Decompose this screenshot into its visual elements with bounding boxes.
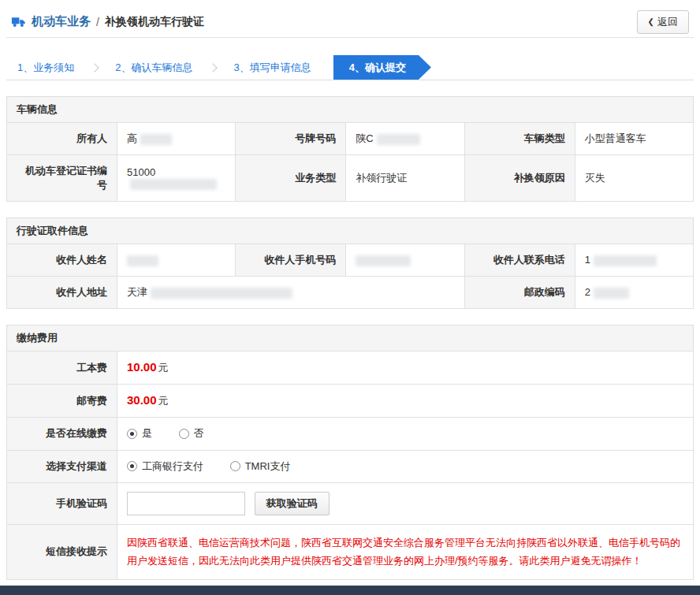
redacted-value [594, 288, 629, 299]
registration-cert-value-text: 51000 [127, 166, 155, 178]
table-row: 所有人 高 号牌号码 陕C 车辆类型 小型普通客车 [7, 123, 694, 155]
table-row: 收件人姓名 收件人手机号码 收件人联系电话 1 [7, 244, 694, 277]
recipient-phone-value: 1 [575, 244, 693, 277]
redacted-value [356, 255, 411, 266]
work-fee-unit: 元 [158, 362, 169, 374]
radio-unchecked-icon[interactable] [179, 429, 189, 439]
business-type-label: 业务类型 [236, 155, 346, 202]
recipient-address-value: 天津 [117, 277, 465, 309]
sms-code-input[interactable] [127, 492, 245, 515]
owner-label: 所有人 [7, 123, 117, 155]
registration-cert-label: 机动车登记证书编号 [7, 155, 117, 202]
reissue-reason-label: 补换领原因 [464, 155, 575, 202]
redacted-value [151, 288, 292, 299]
fees-section: 缴纳费用 工本费 10.00元 邮寄费 30.00元 是否在线缴费 [6, 325, 694, 580]
work-fee-value: 10.00元 [117, 351, 694, 385]
step-separator-icon [91, 63, 99, 72]
table-row: 选择支付渠道 工商银行支付 TMRI支付 [7, 450, 694, 483]
redacted-value [594, 255, 657, 266]
zip-code-value: 2 [575, 277, 693, 309]
zip-code-value-text: 2 [585, 286, 590, 298]
online-pay-label: 是否在线缴费 [7, 418, 117, 451]
business-type-value: 补领行驶证 [346, 155, 464, 202]
page-subtitle: 补换领机动车行驶证 [105, 15, 204, 29]
table-row: 是否在线缴费 是 否 [7, 418, 694, 451]
zip-code-label: 邮政编码 [464, 277, 575, 309]
recipient-name-value [117, 244, 236, 277]
table-row: 手机验证码 获取验证码 [7, 483, 694, 525]
pay-channel-icbc-label: 工商银行支付 [142, 459, 203, 474]
postage-fee-value: 30.00元 [117, 385, 694, 418]
table-row: 短信接收提示 因陕西省联通、电信运营商技术问题，陕西省互联网交通安全综合服务管理… [7, 525, 694, 580]
vehicle-type-value: 小型普通客车 [575, 123, 693, 155]
sms-code-field: 获取验证码 [117, 483, 694, 525]
recipient-mobile-label: 收件人手机号码 [236, 244, 346, 277]
online-pay-no-option[interactable]: 否 [179, 426, 204, 441]
footer-bar [0, 586, 700, 595]
page-header: 机动车业务 / 补换领机动车行驶证 ❮ 返回 [6, 6, 694, 38]
pay-channel-tmri-label: TMRI支付 [245, 459, 291, 474]
tab-step-4-label: 4、确认提交 [349, 61, 406, 75]
online-pay-yes-label: 是 [142, 426, 152, 441]
recipient-phone-value-text: 1 [585, 254, 590, 266]
redacted-value [130, 179, 217, 190]
redacted-value [140, 134, 172, 145]
radio-checked-icon[interactable] [127, 429, 137, 439]
postage-fee-unit: 元 [158, 395, 169, 407]
back-chevron-icon: ❮ [648, 18, 654, 26]
vehicle-info-section-title: 车辆信息 [6, 96, 694, 123]
redacted-value [127, 255, 158, 266]
online-pay-yes-option[interactable]: 是 [127, 426, 152, 441]
recipient-phone-label: 收件人联系电话 [464, 244, 575, 277]
table-row: 工本费 10.00元 [7, 351, 694, 385]
header-title-group: 机动车业务 / 补换领机动车行驶证 [11, 14, 204, 29]
tab-step-3-label: 3、填写申请信息 [233, 61, 311, 75]
registration-cert-value: 51000 [117, 155, 236, 202]
table-row: 收件人地址 天津 邮政编码 2 [7, 277, 694, 309]
pay-channel-options: 工商银行支付 TMRI支付 [117, 450, 694, 483]
recipient-name-label: 收件人姓名 [7, 244, 117, 277]
vehicle-service-icon [11, 16, 26, 28]
tab-step-3[interactable]: 3、填写申请信息 [222, 55, 322, 80]
radio-checked-icon[interactable] [127, 461, 137, 471]
title-separator: / [96, 16, 99, 28]
table-row: 机动车登记证书编号 51000 业务类型 补领行驶证 补换领原因 灭失 [7, 155, 694, 202]
table-row: 邮寄费 30.00元 [7, 385, 694, 418]
postage-fee-label: 邮寄费 [7, 385, 117, 418]
online-pay-no-label: 否 [194, 426, 204, 441]
tab-step-4-active[interactable]: 4、确认提交 [333, 55, 431, 80]
recipient-address-value-text: 天津 [127, 286, 147, 298]
reissue-reason-value: 灭失 [575, 155, 693, 202]
tab-step-2[interactable]: 2、确认车辆信息 [104, 55, 203, 80]
fees-table: 工本费 10.00元 邮寄费 30.00元 是否在线缴费 是 [6, 351, 694, 580]
pay-channel-tmri-option[interactable]: TMRI支付 [230, 459, 291, 474]
pay-channel-label: 选择支付渠道 [7, 450, 117, 483]
page-title: 机动车业务 [32, 14, 91, 29]
back-label: 返回 [657, 15, 678, 29]
step-separator-icon [209, 63, 218, 72]
page: 机动车业务 / 补换领机动车行驶证 ❮ 返回 1、业务须知 2、确认车辆信息 3… [0, 0, 700, 595]
recipient-address-label: 收件人地址 [7, 277, 117, 309]
plate-label: 号牌号码 [236, 123, 346, 155]
pickup-info-section-title: 行驶证取件信息 [6, 218, 694, 244]
sms-code-label: 手机验证码 [7, 483, 117, 525]
radio-unchecked-icon[interactable] [230, 461, 240, 471]
tab-step-1-label: 1、业务须知 [17, 61, 74, 75]
pickup-info-section: 行驶证取件信息 收件人姓名 收件人手机号码 收件人联系电话 1 收 [6, 218, 694, 309]
sms-notice-label: 短信接收提示 [7, 525, 117, 580]
redacted-value [377, 134, 420, 145]
get-code-button[interactable]: 获取验证码 [255, 492, 330, 515]
work-fee-amount: 10.00 [127, 360, 157, 374]
pay-channel-icbc-option[interactable]: 工商银行支付 [127, 459, 203, 474]
plate-value-text: 陕C [356, 132, 373, 144]
work-fee-label: 工本费 [7, 351, 117, 385]
vehicle-type-label: 车辆类型 [464, 123, 575, 155]
step-tabs: 1、业务须知 2、确认车辆信息 3、填写申请信息 4、确认提交 [6, 55, 694, 80]
pickup-info-table: 收件人姓名 收件人手机号码 收件人联系电话 1 收件人地址 天津 邮政编码 [6, 244, 694, 309]
tab-step-1[interactable]: 1、业务须知 [6, 55, 85, 80]
sms-warning-text: 因陕西省联通、电信运营商技术问题，陕西省互联网交通安全综合服务管理平台无法向持陕… [117, 525, 694, 580]
online-pay-options: 是 否 [117, 418, 694, 451]
vehicle-info-section: 车辆信息 所有人 高 号牌号码 陕C 车辆类型 小型普通客车 机动车登记证书编号 [6, 96, 694, 202]
back-button[interactable]: ❮ 返回 [637, 10, 689, 34]
owner-value-text: 高 [127, 132, 137, 144]
